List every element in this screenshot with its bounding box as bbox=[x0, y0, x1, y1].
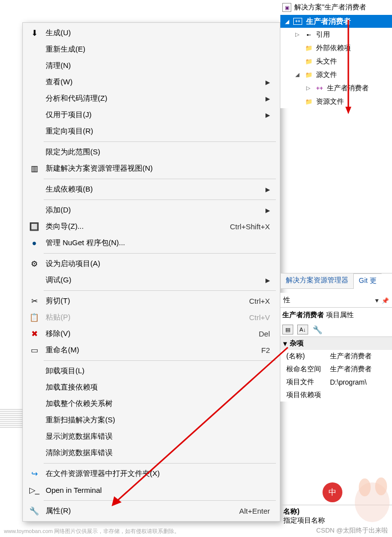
blank-icon bbox=[27, 110, 42, 121]
menu-item[interactable]: 清理(N) bbox=[23, 58, 280, 74]
menu-item-label: 管理 NuGet 程序包(N)... bbox=[42, 238, 270, 248]
menu-separator bbox=[44, 141, 276, 142]
categorize-button[interactable]: ▤ bbox=[282, 325, 293, 335]
tree-item-label: 引用 bbox=[316, 30, 330, 39]
menu-separator bbox=[44, 290, 276, 291]
dropdown-icon[interactable]: ▾ bbox=[375, 296, 380, 304]
menu-item-label: 重新生成(E) bbox=[42, 45, 270, 54]
cut-icon: ✂ bbox=[27, 296, 42, 307]
menu-item[interactable]: ▥新建解决方案资源管理器视图(N) bbox=[23, 160, 280, 177]
menu-item[interactable]: 生成依赖项(B)▶ bbox=[23, 181, 280, 198]
submenu-arrow-icon: ▶ bbox=[265, 95, 270, 102]
pin-icon[interactable]: 📌 bbox=[382, 297, 389, 304]
menu-item[interactable]: ⬇生成(U) bbox=[23, 25, 280, 41]
ref-icon: ▪▫ bbox=[304, 31, 313, 39]
menu-item[interactable]: 重新生成(E) bbox=[23, 41, 280, 58]
property-value[interactable]: 生产者消费者 bbox=[330, 365, 392, 374]
menu-shortcut: Ctrl+V bbox=[239, 313, 270, 322]
project-icon: ++ bbox=[293, 18, 302, 25]
menu-item-label: 生成(U) bbox=[42, 28, 270, 38]
menu-item[interactable]: ●管理 NuGet 程序包(N)... bbox=[23, 235, 280, 251]
menu-item[interactable]: 查看(W)▶ bbox=[23, 74, 280, 90]
openfolder-icon: ↪ bbox=[27, 469, 42, 479]
menu-item-label: 移除(V) bbox=[42, 329, 249, 338]
menu-item[interactable]: 仅用于项目(J)▶ bbox=[23, 107, 280, 123]
wizard-icon: 🔲 bbox=[27, 221, 42, 232]
menu-item[interactable]: 添加(D)▶ bbox=[23, 202, 280, 218]
blank-icon bbox=[27, 399, 42, 409]
lantern-decoration: 中 bbox=[323, 482, 342, 502]
property-row[interactable]: (名称)生产者消费者 bbox=[280, 350, 392, 363]
tree-item-label: 资源文件 bbox=[316, 97, 344, 106]
tree-item[interactable]: 📁资源文件 bbox=[280, 95, 392, 108]
wrench-icon: 🔧 bbox=[27, 506, 42, 517]
blank-icon bbox=[27, 61, 42, 71]
properties-header: 性 ▾ 📌 bbox=[280, 293, 392, 308]
folder-icon: 📁 bbox=[304, 71, 313, 79]
svg-point-5 bbox=[359, 478, 371, 496]
submenu-arrow-icon: ▶ bbox=[265, 79, 270, 86]
menu-item[interactable]: ✖移除(V)Del bbox=[23, 326, 280, 342]
blank-icon bbox=[27, 93, 42, 104]
expand-icon[interactable]: ◢ bbox=[295, 71, 301, 78]
tree-item[interactable]: 📁外部依赖项 bbox=[280, 41, 392, 55]
terminal-icon: ▷_ bbox=[27, 485, 42, 496]
property-value[interactable]: D:\program\ bbox=[330, 378, 392, 386]
menu-separator bbox=[44, 253, 276, 254]
menu-shortcut: Ctrl+X bbox=[239, 297, 270, 305]
solution-explorer: ▣ 解决方案"生产者消费者 ◢ ++ 生产者消费者 ▷▪▫引用📁外部依赖项📁头文… bbox=[280, 0, 392, 108]
svg-marker-1 bbox=[345, 107, 351, 114]
properties-panel: 性 ▾ 📌 生产者消费者 项目属性 ▤ A↓ 🔧 ▾ 杂项 (名称)生产者消费者… bbox=[280, 293, 392, 402]
tree-item[interactable]: 📁头文件 bbox=[280, 55, 392, 68]
paste-icon: 📋 bbox=[27, 312, 42, 323]
blank-icon bbox=[27, 448, 42, 459]
editor-gutter bbox=[0, 408, 25, 428]
selected-project[interactable]: ◢ ++ 生产者消费者 bbox=[280, 15, 392, 28]
blank-icon bbox=[27, 366, 42, 377]
expand-icon[interactable]: ▷ bbox=[295, 31, 301, 38]
submenu-arrow-icon: ▶ bbox=[265, 186, 270, 193]
expand-icon[interactable]: ▷ bbox=[306, 85, 312, 91]
menu-item-label: 仅用于项目(J) bbox=[42, 110, 265, 120]
blank-icon bbox=[27, 77, 42, 88]
blank-icon bbox=[27, 126, 42, 137]
wrench-icon[interactable]: 🔧 bbox=[312, 325, 323, 335]
sort-az-button[interactable]: A↓ bbox=[297, 325, 308, 335]
menu-item[interactable]: 重定向项目(R) bbox=[23, 123, 280, 139]
solution-title: 解决方案"生产者消费者 bbox=[294, 3, 366, 12]
tree-item[interactable]: ▷++生产者消费者 bbox=[280, 81, 392, 95]
folder-icon: 📁 bbox=[304, 44, 313, 52]
submenu-arrow-icon: ▶ bbox=[265, 277, 270, 284]
tree-item[interactable]: ◢📁源文件 bbox=[280, 68, 392, 81]
menu-item[interactable]: 调试(G)▶ bbox=[23, 272, 280, 288]
property-value[interactable]: 生产者消费者 bbox=[330, 352, 392, 361]
menu-item[interactable]: 分析和代码清理(Z)▶ bbox=[23, 90, 280, 107]
menu-item-label: 清理(N) bbox=[42, 61, 270, 70]
menu-item[interactable]: 限定为此范围(S) bbox=[23, 144, 280, 160]
menu-item-label: 重定向项目(R) bbox=[42, 127, 270, 136]
property-row[interactable]: 项目依赖项 bbox=[280, 389, 392, 402]
blank-icon bbox=[27, 184, 42, 195]
solution-header[interactable]: ▣ 解决方案"生产者消费者 bbox=[280, 0, 392, 15]
menu-item[interactable]: ✂剪切(T)Ctrl+X bbox=[23, 293, 280, 309]
tree-item-label: 头文件 bbox=[316, 57, 337, 66]
menu-item[interactable]: 🔲类向导(Z)...Ctrl+Shift+X bbox=[23, 218, 280, 235]
tree-item[interactable]: ▷▪▫引用 bbox=[280, 28, 392, 41]
blank-icon bbox=[27, 431, 42, 442]
annotation-arrow-down bbox=[343, 20, 353, 114]
tab-solution-explorer[interactable]: 解决方案资源管理器 bbox=[280, 273, 354, 289]
folder-icon: 📁 bbox=[304, 98, 313, 106]
collapse-icon: ▾ bbox=[283, 339, 287, 347]
gear-icon: ⚙ bbox=[27, 259, 42, 269]
properties-group[interactable]: ▾ 杂项 bbox=[280, 337, 392, 350]
tab-git-changes[interactable]: Git 更 bbox=[354, 273, 382, 289]
solution-icon: ▣ bbox=[282, 3, 291, 12]
menu-item-label: 添加(D) bbox=[42, 205, 265, 215]
menu-item-label: 设为启动项目(A) bbox=[42, 259, 270, 268]
properties-toolbar: ▤ A↓ 🔧 bbox=[280, 323, 392, 337]
property-row[interactable]: 项目文件D:\program\ bbox=[280, 376, 392, 389]
property-row[interactable]: 根命名空间生产者消费者 bbox=[280, 363, 392, 376]
blank-icon bbox=[27, 44, 42, 55]
menu-item[interactable]: ⚙设为启动项目(A) bbox=[23, 256, 280, 272]
menu-shortcut: Ctrl+Shift+X bbox=[220, 222, 270, 231]
